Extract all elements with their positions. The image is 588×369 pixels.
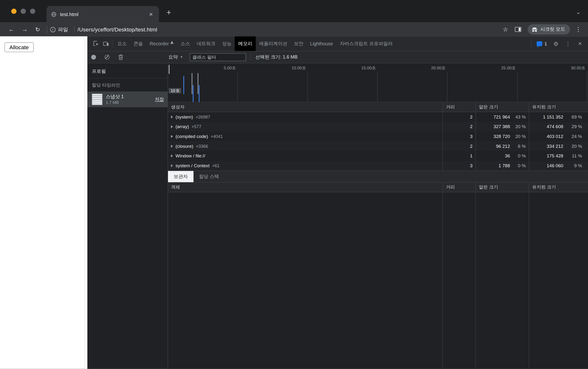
timeline-start-marker — [169, 65, 169, 74]
incognito-badge[interactable]: 시크릿 모드 — [527, 24, 570, 35]
table-row[interactable]: system / Context ×61 3 1 7880 % 146 0609… — [168, 161, 588, 171]
macos-close-button[interactable] — [11, 9, 17, 14]
devtools-close-icon[interactable]: ✕ — [575, 41, 585, 46]
protocol-label: 파일 — [58, 26, 68, 33]
browser-tab[interactable]: test.html ✕ — [47, 6, 159, 22]
tab-sources[interactable]: 소스 — [177, 36, 193, 51]
shallow-size-pct: 20 % — [511, 122, 529, 132]
snapshot-thumbnail-icon — [92, 94, 103, 105]
delete-profiles-icon[interactable] — [118, 54, 123, 60]
column-header-distance[interactable]: 거리 — [443, 183, 476, 192]
expand-arrow-icon[interactable] — [171, 164, 173, 167]
side-panel-icon[interactable] — [515, 27, 521, 32]
shallow-size-pct: 0 % — [511, 161, 529, 171]
tab-recorder[interactable]: Recorder — [146, 36, 177, 51]
recorder-warning-icon — [170, 41, 174, 44]
retained-size-pct: 24 % — [565, 132, 588, 141]
back-icon[interactable]: ← — [5, 26, 18, 33]
snapshot-item[interactable]: 스냅샷 1 1.7 MB 저장 — [87, 92, 167, 107]
tab-js-profiler[interactable]: 자바스크립트 프로파일러 — [337, 36, 396, 51]
macos-minimize-button[interactable] — [21, 9, 26, 14]
timeline-gridline — [308, 72, 308, 102]
table-row[interactable]: (compiled code) ×4041 3 328 72020 % 403 … — [168, 132, 588, 141]
expand-arrow-icon[interactable] — [171, 145, 173, 148]
column-divider — [475, 192, 476, 369]
tab-lighthouse[interactable]: Lighthouse — [307, 36, 337, 51]
reload-icon[interactable]: ↻ — [31, 26, 44, 33]
column-header-distance[interactable]: 거리 — [443, 102, 476, 112]
memory-toolbar: 요약 ▼ 선택된 크기: 1.6 MB — [87, 51, 588, 63]
retained-size: 403 012 — [529, 132, 565, 141]
tab-performance[interactable]: 성능 — [219, 36, 235, 51]
globe-icon — [51, 11, 57, 17]
macos-zoom-button[interactable] — [30, 9, 35, 14]
allocation-bar — [197, 73, 198, 94]
timeline-tick: 30.00초 — [555, 65, 585, 71]
class-filter-input[interactable] — [190, 53, 246, 61]
selected-size-label: 선택된 크기: 1.6 MB — [255, 54, 298, 61]
issues-button[interactable]: 1 — [534, 41, 549, 46]
tab-search-chevron-icon[interactable]: ⌄ — [576, 9, 580, 15]
distance-value: 3 — [443, 161, 476, 171]
chevron-down-icon: ▼ — [180, 55, 183, 59]
tab-network[interactable]: 네트워크 — [193, 36, 219, 51]
clear-icon[interactable] — [105, 55, 109, 60]
constructor-count: ×577 — [192, 122, 201, 132]
bookmark-star-icon[interactable]: ☆ — [499, 26, 512, 33]
snapshot-save-link[interactable]: 저장 — [155, 96, 164, 103]
expand-arrow-icon[interactable] — [171, 135, 173, 138]
allocation-timeline-overview[interactable]: 5.00초 10.00초 15.00초 20.00초 25.00초 30.00초… — [168, 63, 588, 102]
timeline-tick: 25.00초 — [485, 65, 516, 71]
table-row[interactable]: (system) ×26987 2 721 96443 % 1 151 3526… — [168, 112, 588, 122]
new-tab-button[interactable]: + — [166, 8, 171, 16]
tab-console[interactable]: 콘솔 — [130, 36, 146, 51]
expand-arrow-icon[interactable] — [171, 115, 173, 119]
url-text[interactable]: /Users/yceffort/Desktop/test.html — [78, 26, 499, 32]
distance-value: 3 — [443, 132, 476, 141]
tab-retainers[interactable]: 보관자 — [168, 171, 193, 182]
settings-gear-icon[interactable]: ⚙ — [551, 40, 561, 47]
timeline-gridline — [237, 72, 238, 102]
column-header-retained-size[interactable]: 유지된 크기 — [529, 183, 588, 192]
expand-arrow-icon[interactable] — [171, 125, 173, 128]
column-header-shallow-size[interactable]: 얕은 크기 — [475, 183, 529, 192]
perspective-select[interactable]: 요약 ▼ — [164, 54, 187, 61]
tab-application[interactable]: 애플리케이션 — [256, 36, 291, 51]
device-toolbar-icon[interactable] — [101, 39, 111, 49]
retained-size-pct: 20 % — [565, 141, 588, 151]
column-divider — [529, 192, 529, 369]
inspect-element-icon[interactable] — [91, 39, 101, 49]
tab-memory[interactable]: 메모리 — [235, 36, 256, 51]
toolbar-divider — [251, 54, 251, 61]
column-header-object[interactable]: 객체 — [168, 183, 443, 192]
constructor-name: (closure) — [175, 141, 193, 151]
timeline-size-marker: 10 B — [169, 88, 181, 93]
shallow-size: 1 788 — [476, 161, 511, 171]
record-icon[interactable] — [91, 55, 96, 60]
tab-elements[interactable]: 요소 — [114, 36, 130, 51]
browser-menu-icon[interactable]: ⋮ — [573, 26, 584, 33]
table-row[interactable]: (closure) ×3366 2 96 2126 % 334 21220 % — [168, 141, 588, 151]
expand-arrow-icon[interactable] — [171, 154, 173, 158]
address-divider — [47, 26, 47, 33]
tab-security[interactable]: 보안 — [291, 36, 307, 51]
table-row[interactable]: (array) ×577 2 327 38820 % 474 60829 % — [168, 122, 588, 132]
column-header-retained-size[interactable]: 유지된 크기 — [529, 102, 588, 112]
timeline-tick: 15.00초 — [346, 65, 376, 71]
tab-allocation-stack[interactable]: 할당 스택 — [193, 171, 224, 182]
constructor-name: (array) — [175, 122, 189, 132]
column-header-constructor[interactable]: 생성자 — [168, 102, 443, 112]
retained-size-pct: 11 % — [565, 151, 588, 161]
column-header-shallow-size[interactable]: 얕은 크기 — [475, 102, 529, 112]
constructors-header: 생성자 거리 얕은 크기 유지된 크기 — [168, 102, 588, 112]
page-scrollbar[interactable] — [84, 36, 88, 369]
forward-icon[interactable]: → — [18, 26, 31, 33]
browser-window: test.html ✕ + ⌄ ← → ↻ i 파일 /Users/yceffo… — [0, 0, 588, 369]
allocate-button[interactable]: Allocate — [5, 42, 34, 52]
devtools-menu-icon[interactable]: ⋮ — [563, 40, 573, 47]
table-row[interactable]: Window / file:// 1 360 % 175 42811 % — [168, 151, 588, 161]
snapshot-name: 스냅샷 1 — [106, 94, 152, 99]
page-info-icon[interactable]: i — [50, 27, 55, 32]
toolbar-divider — [112, 40, 113, 48]
tab-close-icon[interactable]: ✕ — [147, 11, 155, 18]
